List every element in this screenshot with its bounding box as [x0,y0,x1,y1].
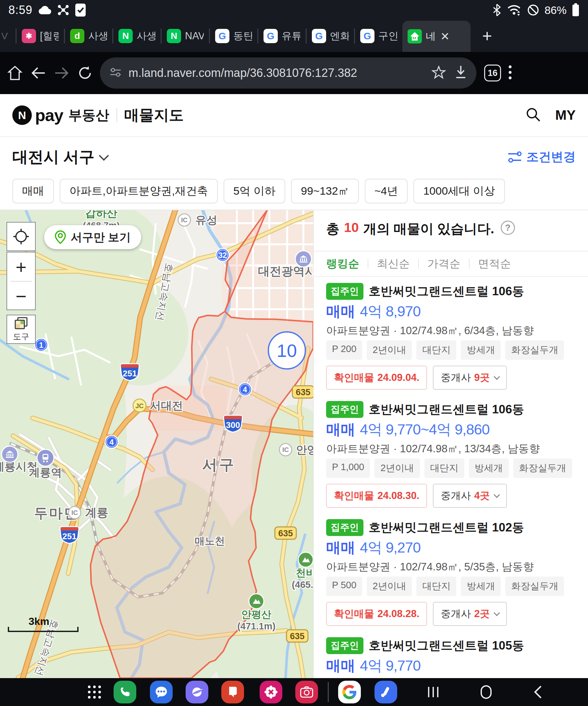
svg-text:4: 4 [110,438,114,446]
route-badge-635: 635 [292,386,313,398]
map-canvas[interactable]: 호남고속지선 호남고속지선 갑하산 (468.7m) 유성 대전광역시 서대전 … [0,210,313,678]
chip-deal-type[interactable]: 매매 [12,179,54,203]
listing-item[interactable]: 집주인 호반써밋그랜드센트럴 106동 매매 4억 8,970 아파트분양권 ·… [314,277,588,395]
zoom-in-button[interactable]: + [7,252,35,281]
back-nav-button[interactable] [525,678,551,706]
tab-naver-2[interactable]: N NAV [162,29,209,43]
deal-type: 매매 [326,302,355,321]
map-tools-button[interactable]: 도구 [6,315,36,344]
new-tab-button[interactable]: + [482,26,492,46]
google-app-icon[interactable] [338,681,361,703]
tab-google-4[interactable]: G 구인 [355,29,402,43]
phone-app-icon[interactable] [114,681,136,703]
google-ads-app-icon[interactable] [375,681,397,703]
chip-property-type[interactable]: 아파트,아파트분양권,재건축 [60,179,218,203]
tag: 화장실두개 [505,340,564,360]
chevron-down-icon [494,610,500,616]
confirmed-listing-badge: 확인매물24.08.30. [326,484,427,508]
gallery-app-icon[interactable] [260,681,282,703]
tab-count-button[interactable]: 16 [484,65,501,81]
my-menu[interactable]: MY [555,107,576,123]
listing-details: 아파트분양권 · 102/74.98㎡, 5/35층, 남동향 [326,560,576,572]
app-grid-icon[interactable] [83,681,106,703]
battery-percent: 86% [545,4,566,16]
reload-button[interactable] [73,66,97,80]
naver-logo[interactable]: N [12,106,32,125]
sort-price[interactable]: 가격순 [427,256,461,271]
home-nav-button[interactable] [473,678,499,706]
seogu-label: 서구 [202,456,236,473]
listing-title[interactable]: 호반써밋그랜드센트럴 106동 [369,401,524,418]
zoom-controls: + − [6,252,36,310]
tab-healing[interactable]: ✱ [힐링 [16,29,64,43]
map-area[interactable]: 호남고속지선 호남고속지선 갑하산 (468.7m) 유성 대전광역시 서대전 … [0,210,313,678]
listing-item[interactable]: 집주인 호반써밋그랜드센트럴 105동 매매 4억 9,770 [314,631,588,678]
realestate-category[interactable]: 부동산 [69,106,109,124]
tab-daum[interactable]: d 사생 [65,29,112,43]
browser-menu-icon[interactable] [508,65,512,81]
sort-ranking[interactable]: 랭킹순 [326,256,359,271]
svg-text:(465.6m): (465.6m) [292,580,313,590]
svg-text:IC: IC [71,509,78,516]
pay-wordmark[interactable]: pay [35,106,63,125]
deal-type: 매매 [326,538,355,557]
search-icon[interactable] [525,107,541,124]
sort-area[interactable]: 면적순 [478,256,511,271]
camera-app-icon[interactable] [295,681,318,703]
chip-households[interactable]: 1000세대 이상 [414,179,505,203]
back-button[interactable] [27,67,50,79]
chip-price[interactable]: 5억 이하 [224,179,285,203]
agents-dropdown[interactable]: 중개사 9곳 [433,366,507,390]
page-title: 매물지도 [124,105,184,125]
weather-cloud-icon [38,5,52,15]
region-selector[interactable]: 대전시 서구 [12,147,94,167]
bookmark-star-icon[interactable] [432,66,446,80]
tag: 2년이내 [367,340,412,360]
listing-cluster-marker[interactable]: 10 [268,332,305,369]
url-bar[interactable]: m.land.naver.com/map/36.3081076:127.382 [100,57,476,88]
url-text[interactable]: m.land.naver.com/map/36.3081076:127.382 [128,66,425,80]
zoom-out-button[interactable]: − [7,282,35,310]
tab-naver-1[interactable]: N 사생 [113,29,161,43]
agents-dropdown[interactable]: 중개사 2곳 [433,602,507,626]
tag: P 200 [326,340,362,360]
recents-nav-button[interactable] [420,678,446,706]
listing-item[interactable]: 집주인 호반써밋그랜드센트럴 102동 매매 4억 9,270 아파트분양권 ·… [314,513,588,631]
listing-title[interactable]: 호반써밋그랜드센트럴 106동 [369,283,524,300]
samsung-internet-app-icon[interactable] [186,681,208,703]
bluetooth-icon [493,4,501,16]
home-button[interactable] [3,65,27,81]
tab-google-2[interactable]: G 유튜 [258,29,306,43]
naver-land-favicon [407,29,422,43]
close-tab-icon[interactable]: ✕ [440,30,450,43]
checkbox-notification-icon [75,3,86,17]
download-icon[interactable] [454,65,467,81]
chip-area[interactable]: 99~132㎡ [291,179,359,203]
agents-dropdown[interactable]: 중개사 4곳 [433,484,507,508]
chip-age[interactable]: ~4년 [365,179,408,203]
view-seogu-only-button[interactable]: 서구만 보기 [44,225,141,249]
help-icon[interactable]: ? [501,221,515,235]
sort-newest[interactable]: 최신순 [377,256,410,271]
google-favicon: G [215,29,229,43]
messages-app-icon[interactable] [150,681,173,703]
forward-button[interactable] [50,67,73,79]
owner-badge: 집주인 [326,637,363,654]
chevron-down-icon[interactable] [99,151,109,161]
anpyeongsan-label: 안평산 [241,609,272,620]
tab-naver-land-active[interactable]: 네 ✕ [402,21,471,52]
listing-item[interactable]: 집주인 호반써밋그랜드센트럴 106동 매매 4억 9,770~4억 9,860… [314,395,588,513]
tag: 방세개 [461,340,501,360]
maenocheon-label: 매노천 [195,535,225,547]
condition-change-button[interactable]: 조건변경 [508,149,576,165]
google-favicon: G [360,29,375,43]
listing-title[interactable]: 호반써밋그랜드센트럴 105동 [369,637,524,654]
naver-pay-header: N pay 부동산 매물지도 MY [0,94,588,137]
listing-title[interactable]: 호반써밋그랜드센트럴 102동 [369,519,524,536]
red-app-icon[interactable] [221,681,244,703]
tab-google-3[interactable]: G 엔화 [307,29,354,43]
tab-google-1[interactable]: G 동탄 [210,29,257,43]
site-settings-icon[interactable] [109,67,122,79]
do-not-disturb-icon [527,4,539,16]
current-location-button[interactable] [6,222,36,251]
